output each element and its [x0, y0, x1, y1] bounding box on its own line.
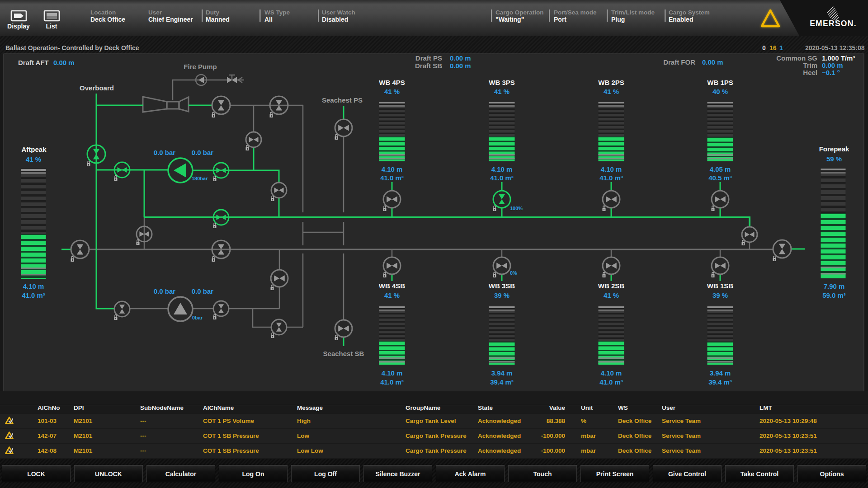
svg-text:WB 3PS: WB 3PS: [489, 79, 515, 86]
svg-text:WB 4PS: WB 4PS: [379, 79, 405, 86]
svg-text:3.94 m: 3.94 m: [491, 369, 513, 377]
svg-text:Common SG: Common SG: [776, 54, 817, 62]
svg-text:WB 3SB: WB 3SB: [489, 282, 515, 290]
svg-text:0bar: 0bar: [192, 315, 203, 320]
svg-text:41 %: 41 %: [604, 88, 619, 95]
svg-text:WB 4SB: WB 4SB: [379, 282, 406, 290]
svg-text:0.00 m: 0.00 m: [702, 58, 723, 66]
svg-text:40.5 m³: 40.5 m³: [708, 174, 732, 182]
svg-text:41 %: 41 %: [384, 291, 400, 299]
svg-text:59 %: 59 %: [826, 155, 842, 163]
svg-text:Seachest SB: Seachest SB: [323, 350, 364, 357]
svg-text:4.10 m: 4.10 m: [382, 369, 403, 377]
svg-text:−0.1 °: −0.1 °: [822, 69, 840, 76]
svg-text:40 %: 40 %: [712, 88, 728, 95]
svg-text:41.0 m³: 41.0 m³: [599, 378, 623, 386]
svg-text:41.0 m³: 41.0 m³: [599, 174, 623, 182]
svg-text:0.00 m: 0.00 m: [822, 61, 843, 69]
svg-text:Overboard: Overboard: [80, 84, 114, 92]
svg-text:41.0 m³: 41.0 m³: [22, 291, 45, 299]
svg-text:0.00 m: 0.00 m: [53, 59, 75, 66]
svg-text:1.000 T/m³: 1.000 T/m³: [822, 54, 855, 62]
svg-text:0.0 bar: 0.0 bar: [154, 287, 176, 295]
svg-text:WB 2PS: WB 2PS: [598, 79, 624, 86]
svg-text:41 %: 41 %: [26, 155, 41, 163]
svg-text:41 %: 41 %: [384, 88, 400, 95]
svg-text:4.10 m: 4.10 m: [601, 165, 622, 173]
svg-text:4.10 m: 4.10 m: [601, 369, 622, 377]
svg-text:4.10 m: 4.10 m: [23, 282, 44, 290]
svg-text:41 %: 41 %: [494, 88, 509, 95]
svg-text:Trim: Trim: [803, 61, 817, 69]
svg-text:41.0 m³: 41.0 m³: [490, 174, 514, 182]
svg-text:41.0 m³: 41.0 m³: [380, 174, 404, 182]
svg-text:3.94 m: 3.94 m: [710, 369, 731, 377]
svg-text:4.05 m: 4.05 m: [710, 165, 731, 173]
svg-text:7.90 m: 7.90 m: [824, 282, 845, 290]
svg-text:4.10 m: 4.10 m: [491, 165, 513, 173]
svg-text:4.10 m: 4.10 m: [382, 165, 403, 173]
svg-text:39 %: 39 %: [494, 291, 509, 299]
svg-text:0.0 bar: 0.0 bar: [192, 287, 214, 295]
svg-text:Draft AFT: Draft AFT: [18, 59, 49, 66]
svg-text:WB 2SB: WB 2SB: [598, 282, 625, 290]
svg-text:59.0 m³: 59.0 m³: [822, 291, 846, 299]
svg-text:Aftpeak: Aftpeak: [21, 145, 47, 153]
svg-text:0.00 m: 0.00 m: [450, 62, 471, 70]
svg-text:Draft SB: Draft SB: [415, 62, 442, 70]
svg-text:0.00 m: 0.00 m: [450, 54, 471, 62]
svg-text:180bar: 180bar: [192, 176, 208, 181]
svg-text:41 %: 41 %: [604, 291, 619, 299]
svg-text:0.0 bar: 0.0 bar: [192, 149, 214, 156]
svg-text:100%: 100%: [510, 206, 523, 211]
svg-text:39.4 m³: 39.4 m³: [490, 378, 514, 386]
svg-text:WB 1SB: WB 1SB: [707, 282, 734, 290]
svg-text:Fire Pump: Fire Pump: [184, 63, 217, 70]
svg-text:Heel: Heel: [803, 69, 817, 76]
svg-text:0%: 0%: [510, 270, 517, 276]
svg-text:WB 1PS: WB 1PS: [707, 79, 733, 86]
svg-text:Seachest PS: Seachest PS: [322, 96, 363, 104]
svg-text:39 %: 39 %: [712, 291, 728, 299]
svg-text:0.0 bar: 0.0 bar: [154, 149, 176, 156]
svg-text:39.4 m³: 39.4 m³: [708, 378, 732, 386]
svg-text:41.0 m³: 41.0 m³: [380, 378, 404, 386]
svg-text:Draft PS: Draft PS: [415, 54, 442, 62]
svg-text:Forepeak: Forepeak: [819, 145, 849, 153]
svg-text:Draft FOR: Draft FOR: [663, 58, 695, 66]
